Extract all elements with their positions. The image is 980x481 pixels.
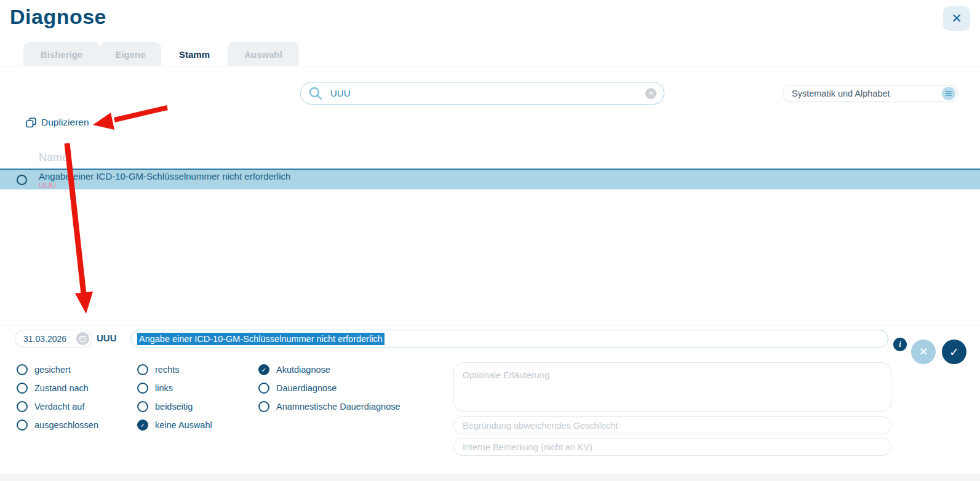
radio-label: rechts xyxy=(155,365,180,375)
tab-underline xyxy=(0,66,980,66)
diagnosis-code-label: UUU xyxy=(97,333,117,343)
calendar-icon[interactable] xyxy=(76,332,89,345)
radio-circle[interactable] xyxy=(17,401,28,412)
radio-label: keine Auswahl xyxy=(155,420,212,430)
confirm-button[interactable]: ✓ xyxy=(942,340,966,364)
bottom-bar xyxy=(0,474,980,481)
close-icon: ✕ xyxy=(951,11,962,26)
radio-links[interactable]: links xyxy=(137,382,173,394)
close-button[interactable]: ✕ xyxy=(943,6,970,31)
radio-anamnestische-dauerdiagnose[interactable]: Anamnestische Dauerdiagnose xyxy=(258,400,400,413)
radio-keine-auswahl[interactable]: ✓ keine Auswahl xyxy=(137,419,212,431)
check-icon: ✓ xyxy=(949,345,959,359)
radio-rechts[interactable]: rechts xyxy=(137,364,180,376)
table-row[interactable]: Angabe einer ICD-10-GM-Schlüsselnummer n… xyxy=(0,169,980,189)
page-title: Diagnose xyxy=(10,5,106,29)
row-diagnosis-name: Angabe einer ICD-10-GM-Schlüsselnummer n… xyxy=(39,171,290,181)
info-icon[interactable]: i xyxy=(893,338,907,351)
radio-label: gesichert xyxy=(34,365,71,375)
tab-stamm[interactable]: Stamm xyxy=(161,42,228,66)
tab-eigene[interactable]: Eigene xyxy=(100,42,161,66)
diagnosis-text-input[interactable]: Angabe einer ICD-10-GM-Schlüsselnummer n… xyxy=(130,330,888,348)
radio-circle-checked[interactable]: ✓ xyxy=(258,364,269,375)
radio-ausgeschlossen[interactable]: ausgeschlossen xyxy=(17,419,98,431)
date-field[interactable]: 31.03.2026 xyxy=(15,330,92,348)
radio-circle-checked[interactable]: ✓ xyxy=(137,419,148,431)
cancel-button[interactable]: ✕ xyxy=(911,340,936,364)
radio-label: Anamnestische Dauerdiagnose xyxy=(276,402,400,411)
search-input[interactable]: UUU ✕ xyxy=(300,82,664,105)
duplicate-button[interactable]: Duplizieren xyxy=(26,117,89,128)
radio-beidseitig[interactable]: beidseitig xyxy=(137,400,193,413)
optional-note-textarea[interactable]: Optionale Erläuterung xyxy=(453,362,891,411)
radio-label: Verdacht auf xyxy=(34,402,84,411)
tab-auswahl[interactable]: Auswahl xyxy=(228,42,299,66)
radio-circle[interactable] xyxy=(137,401,148,412)
row-radio-button[interactable] xyxy=(17,175,27,185)
list-column-header: Name xyxy=(39,151,68,164)
arrow-to-duplizieren xyxy=(93,108,167,130)
radio-dauerdiagnose[interactable]: Dauerdiagnose xyxy=(258,382,337,394)
radio-label: Zustand nach xyxy=(34,383,89,393)
copy-icon xyxy=(26,117,36,128)
radio-label: ausgeschlossen xyxy=(34,420,98,430)
search-icon xyxy=(308,86,323,101)
radio-verdacht-auf[interactable]: Verdacht auf xyxy=(17,400,84,413)
sort-dropdown-value: Systematik und Alphabet xyxy=(792,89,942,98)
tab-bar: Bisherige Eigene Stamm Auswahl xyxy=(23,42,299,66)
tab-bisherige[interactable]: Bisherige xyxy=(23,42,100,66)
row-diagnosis-code: UUU xyxy=(39,181,56,190)
radio-circle[interactable] xyxy=(17,419,28,431)
search-clear-icon[interactable]: ✕ xyxy=(645,88,656,99)
gender-reason-input[interactable]: Begründung abweichendes Geschlecht xyxy=(453,416,891,434)
duplicate-label: Duplizieren xyxy=(41,117,89,128)
diagnose-dialog: Diagnose ✕ Bisherige Eigene Stamm Auswah… xyxy=(0,0,980,481)
radio-circle[interactable] xyxy=(17,364,28,375)
form-divider xyxy=(0,325,980,325)
radio-label: links xyxy=(155,383,173,393)
cancel-icon: ✕ xyxy=(918,345,928,359)
internal-note-input[interactable]: Interne Bemerkung (nicht an KV) xyxy=(453,438,891,456)
date-value: 31.03.2026 xyxy=(23,334,76,344)
radio-label: Akutdiagnose xyxy=(276,365,330,375)
menu-icon xyxy=(942,87,955,100)
radio-akutdiagnose[interactable]: ✓ Akutdiagnose xyxy=(258,364,330,376)
radio-label: Dauerdiagnose xyxy=(276,383,337,393)
diagnosis-text-selected: Angabe einer ICD-10-GM-Schlüsselnummer n… xyxy=(137,333,384,345)
sort-dropdown[interactable]: Systematik und Alphabet xyxy=(783,85,958,102)
radio-gesichert[interactable]: gesichert xyxy=(17,364,71,376)
radio-circle[interactable] xyxy=(258,383,269,394)
radio-circle[interactable] xyxy=(258,401,269,412)
search-value: UUU xyxy=(330,88,645,98)
radio-circle[interactable] xyxy=(137,364,148,375)
radio-circle[interactable] xyxy=(137,383,148,394)
radio-label: beidseitig xyxy=(155,402,193,411)
radio-circle[interactable] xyxy=(17,383,28,394)
radio-zustand-nach[interactable]: Zustand nach xyxy=(17,382,89,394)
